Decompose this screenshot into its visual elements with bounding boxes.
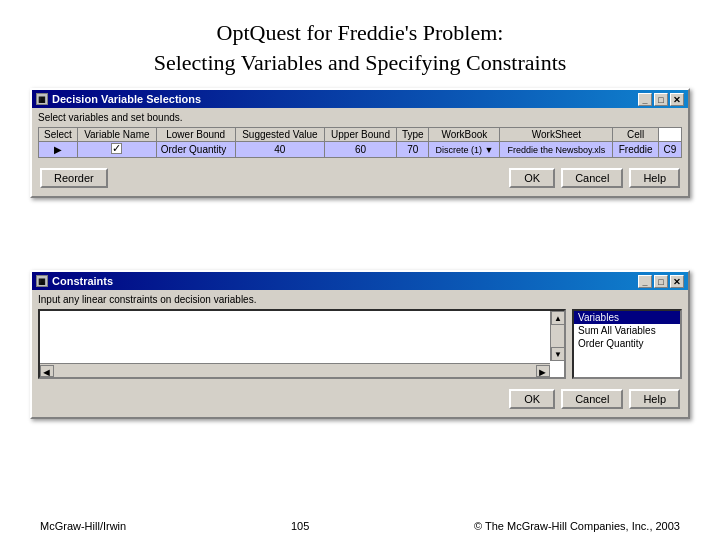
variables-item-sum[interactable]: Sum All Variables bbox=[574, 324, 680, 337]
dialog2-icon: ▦ bbox=[36, 275, 48, 287]
close-button-2[interactable]: ✕ bbox=[670, 275, 684, 288]
col-worksheet: WorkSheet bbox=[500, 128, 613, 142]
row-arrow: ▶ bbox=[39, 142, 78, 158]
help-button-1[interactable]: Help bbox=[629, 168, 680, 188]
publisher-label: McGraw-Hill/Irwin bbox=[40, 520, 126, 532]
ok-button-1[interactable]: OK bbox=[509, 168, 555, 188]
minimize-button-2[interactable]: _ bbox=[638, 275, 652, 288]
row-lower[interactable]: 40 bbox=[235, 142, 324, 158]
variables-panel: Variables Sum All Variables Order Quanti… bbox=[572, 309, 682, 379]
col-type: Type bbox=[397, 128, 429, 142]
row-checkbox-cell[interactable] bbox=[77, 142, 156, 158]
close-button[interactable]: ✕ bbox=[670, 93, 684, 106]
row-type[interactable]: Discrete (1) ▼ bbox=[429, 142, 500, 158]
col-upper: Upper Bound bbox=[325, 128, 397, 142]
col-lower: Lower Bound bbox=[156, 128, 235, 142]
cancel-button-2[interactable]: Cancel bbox=[561, 389, 623, 409]
dialog2-subtitle: Input any linear constraints on decision… bbox=[38, 294, 682, 305]
dialog-constraints: ▦ Constraints _ □ ✕ Input any linear con… bbox=[30, 270, 690, 419]
variables-panel-header: Variables bbox=[574, 311, 680, 324]
row-worksheet: Freddie bbox=[613, 142, 658, 158]
scroll-down-arrow[interactable]: ▼ bbox=[551, 347, 565, 361]
help-button-2[interactable]: Help bbox=[629, 389, 680, 409]
cancel-button-1[interactable]: Cancel bbox=[561, 168, 623, 188]
col-select: Select bbox=[39, 128, 78, 142]
row-upper[interactable]: 70 bbox=[397, 142, 429, 158]
maximize-button-2[interactable]: □ bbox=[654, 275, 668, 288]
select-checkbox[interactable] bbox=[111, 143, 122, 154]
minimize-button[interactable]: _ bbox=[638, 93, 652, 106]
page-number: 105 bbox=[291, 520, 309, 532]
variables-list: Variables Sum All Variables Order Quanti… bbox=[574, 311, 680, 377]
scroll-left-arrow[interactable]: ◄ bbox=[40, 365, 54, 377]
row-varname: Order Quantity bbox=[156, 142, 235, 158]
dialog-decision-variables: ▦ Decision Variable Selections _ □ ✕ Sel… bbox=[30, 88, 690, 198]
row-workbook: Freddie the Newsboy.xls bbox=[500, 142, 613, 158]
col-workbook: WorkBook bbox=[429, 128, 500, 142]
scroll-right-arrow[interactable]: ► bbox=[536, 365, 550, 377]
vertical-scrollbar[interactable]: ▲ ▼ bbox=[550, 311, 564, 361]
col-varname: Variable Name bbox=[77, 128, 156, 142]
variables-table: Select Variable Name Lower Bound Suggest… bbox=[38, 127, 682, 158]
dialog2-titlebar[interactable]: ▦ Constraints _ □ ✕ bbox=[32, 272, 688, 290]
variables-item-order[interactable]: Order Quantity bbox=[574, 337, 680, 350]
col-suggested: Suggested Value bbox=[235, 128, 324, 142]
reorder-button[interactable]: Reorder bbox=[40, 168, 108, 188]
scroll-up-arrow[interactable]: ▲ bbox=[551, 311, 565, 325]
row-cell: C9 bbox=[658, 142, 681, 158]
maximize-button[interactable]: □ bbox=[654, 93, 668, 106]
footer: McGraw-Hill/Irwin 105 © The McGraw-Hill … bbox=[0, 520, 720, 532]
dialog2-content: Input any linear constraints on decision… bbox=[32, 290, 688, 385]
copyright-label: © The McGraw-Hill Companies, Inc., 2003 bbox=[474, 520, 680, 532]
dialog1-icon: ▦ bbox=[36, 93, 48, 105]
dialog1-content: Select variables and set bounds. Select … bbox=[32, 108, 688, 164]
dialog1-titlebar[interactable]: ▦ Decision Variable Selections _ □ ✕ bbox=[32, 90, 688, 108]
constraint-input-area[interactable]: ▲ ▼ ◄ ► bbox=[38, 309, 566, 379]
horizontal-scrollbar[interactable]: ◄ ► bbox=[40, 363, 550, 377]
ok-button-2[interactable]: OK bbox=[509, 389, 555, 409]
row-suggested[interactable]: 60 bbox=[325, 142, 397, 158]
page-title: OptQuest for Freddie's Problem: Selectin… bbox=[0, 0, 720, 87]
titlebar-buttons: _ □ ✕ bbox=[638, 93, 684, 106]
col-cell: Cell bbox=[613, 128, 658, 142]
table-row: ▶ Order Quantity 40 60 70 Discrete (1) ▼… bbox=[39, 142, 682, 158]
titlebar-buttons-2: _ □ ✕ bbox=[638, 275, 684, 288]
table-header-row: Select Variable Name Lower Bound Suggest… bbox=[39, 128, 682, 142]
dialog1-subtitle: Select variables and set bounds. bbox=[38, 112, 682, 123]
